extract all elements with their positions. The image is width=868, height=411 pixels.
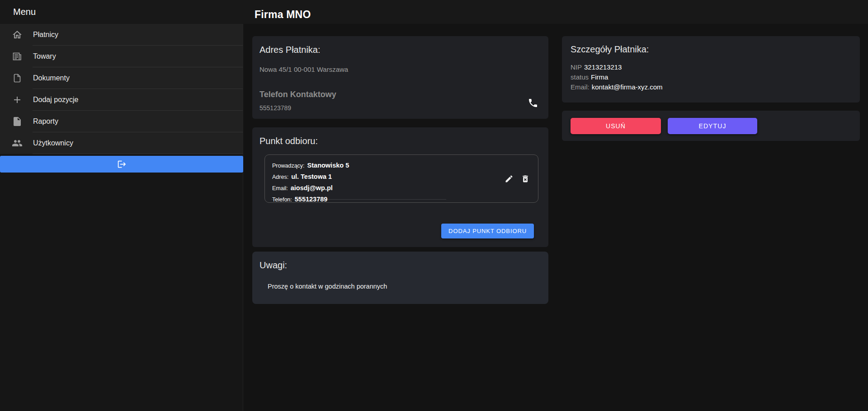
detail-label: Email: <box>571 83 590 91</box>
right-column: Szczegóły Płatnika: NIP3213213213 status… <box>562 36 860 141</box>
logout-button[interactable] <box>0 156 243 173</box>
home-icon <box>12 29 23 40</box>
contact-phone-number: 555123789 <box>259 104 541 112</box>
sidebar-item-label: Użytkownicy <box>33 139 73 147</box>
sidebar-item-uzytkownicy[interactable]: Użytkownicy <box>0 132 243 154</box>
address-card: Adres Płatnika: Nowa 45/1 00-001 Warszaw… <box>252 36 548 119</box>
detail-label: status <box>571 73 589 81</box>
note-text: Proszę o kontakt w godzinach porannych <box>268 283 541 290</box>
phone-icon[interactable] <box>528 98 538 108</box>
sidebar-item-dokumenty[interactable]: Dokumenty <box>0 67 243 89</box>
pickup-row-value: aiosdj@wp.pl <box>291 184 333 191</box>
notes-card-title: Uwagi: <box>259 260 541 271</box>
add-pickup-point-button[interactable]: DODAJ PUNKT ODBIORU <box>441 224 534 238</box>
pickup-row: Email:aiosdj@wp.pl <box>272 182 531 194</box>
detail-row-nip: NIP3213213213 <box>571 62 851 72</box>
pickup-box-divider <box>271 199 446 200</box>
plus-icon <box>12 94 23 105</box>
trash-icon[interactable] <box>521 174 530 183</box>
sidebar-menu-list: Płatnicy Towary Dokumenty Dodaj pozycj <box>0 24 243 154</box>
pickup-card-title: Punkt odbioru: <box>259 136 541 146</box>
sidebar-menu-title: Menu <box>13 7 36 17</box>
edit-icon[interactable] <box>505 174 514 183</box>
left-column: Adres Płatnika: Nowa 45/1 00-001 Warszaw… <box>252 36 548 304</box>
detail-label: NIP <box>571 63 582 71</box>
detail-row-email: Email:kontakt@firma-xyz.com <box>571 82 851 92</box>
sidebar-item-label: Raporty <box>33 117 58 126</box>
page-title: Firma MNO <box>255 9 311 21</box>
notes-card: Uwagi: Proszę o kontakt w godzinach pora… <box>252 252 548 304</box>
report-icon <box>12 116 23 127</box>
sidebar-item-label: Płatnicy <box>33 31 58 39</box>
pickup-point-item: Prowadzący:Stanowisko 5 Adres:ul. Testow… <box>264 154 538 203</box>
pickup-point-actions <box>505 174 530 183</box>
sidebar-item-raporty[interactable]: Raporty <box>0 111 243 132</box>
detail-value: Firma <box>591 73 608 81</box>
details-rows: NIP3213213213 statusFirma Email:kontakt@… <box>571 62 851 92</box>
pickup-row-label: Email: <box>272 185 288 191</box>
payer-actions-card: USUŃ EDYTUJ <box>562 111 860 141</box>
details-card-title: Szczegóły Płatnika: <box>571 44 851 55</box>
pickup-row-label: Adres: <box>272 174 288 180</box>
delete-button[interactable]: USUŃ <box>571 118 661 134</box>
payer-address: Nowa 45/1 00-001 Warszawa <box>259 65 541 73</box>
contact-phone-title: Telefon Kontaktowy <box>259 90 541 99</box>
sidebar-item-label: Towary <box>33 52 56 61</box>
detail-value: kontakt@firma-xyz.com <box>592 83 663 91</box>
sidebar-item-label: Dokumenty <box>33 74 70 82</box>
users-icon <box>12 138 23 149</box>
top-appbar: Menu Firma MNO <box>0 0 868 24</box>
logout-icon <box>117 159 127 169</box>
sidebar-item-towary[interactable]: Towary <box>0 46 243 67</box>
address-card-title: Adres Płatnika: <box>259 45 541 55</box>
edit-button[interactable]: EDYTUJ <box>668 118 757 134</box>
detail-value: 3213213213 <box>584 63 622 71</box>
sidebar-item-label: Dodaj pozycje <box>33 96 79 104</box>
sidebar-item-platnicy[interactable]: Płatnicy <box>0 24 243 46</box>
document-icon <box>12 73 23 84</box>
sidebar: Płatnicy Towary Dokumenty Dodaj pozycj <box>0 24 243 411</box>
detail-row-status: statusFirma <box>571 72 851 82</box>
pickup-row-label: Telefon: <box>272 196 292 203</box>
sidebar-item-dodaj-pozycje[interactable]: Dodaj pozycje <box>0 89 243 111</box>
pickup-row-value: ul. Testowa 1 <box>291 173 332 180</box>
pickup-point-card: Punkt odbioru: Prowadzący:Stanowisko 5 A… <box>252 127 548 247</box>
pickup-row: Adres:ul. Testowa 1 <box>272 171 531 182</box>
pickup-row-value: Stanowisko 5 <box>307 162 349 169</box>
newspaper-icon <box>12 51 23 62</box>
pickup-row: Prowadzący:Stanowisko 5 <box>272 160 531 171</box>
pickup-row-label: Prowadzący: <box>272 163 305 169</box>
payer-details-card: Szczegóły Płatnika: NIP3213213213 status… <box>562 36 860 103</box>
